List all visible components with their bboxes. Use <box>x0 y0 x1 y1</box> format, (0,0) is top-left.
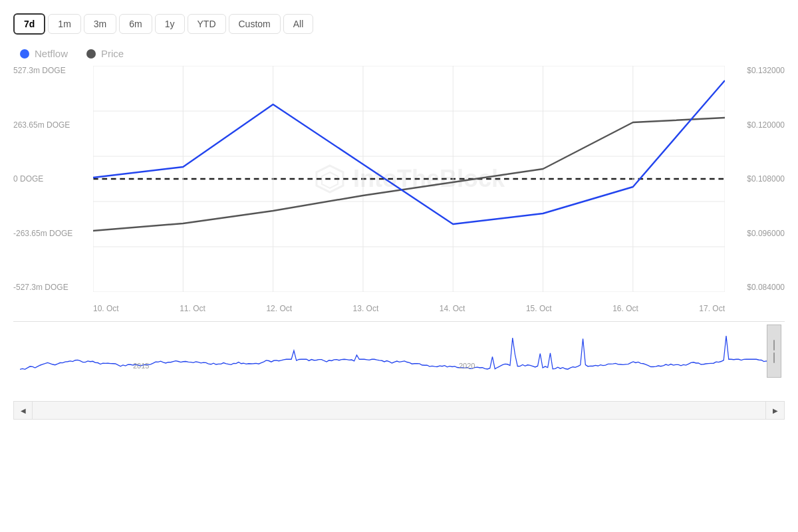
x-label-3: 13. Oct <box>353 304 379 313</box>
x-axis-labels: 10. Oct11. Oct12. Oct13. Oct14. Oct15. O… <box>93 299 725 319</box>
y-left-label-4: -527.3m DOGE <box>13 283 68 292</box>
legend-item-price: Price <box>86 48 124 59</box>
nav-left-arrow[interactable]: ◀ <box>14 401 33 420</box>
legend-item-netflow: Netflow <box>20 48 68 59</box>
time-btn-1y[interactable]: 1y <box>155 14 185 34</box>
x-label-4: 14. Oct <box>440 304 466 313</box>
time-btn-6m[interactable]: 6m <box>119 14 152 34</box>
time-btn-1m[interactable]: 1m <box>48 14 80 34</box>
time-btn-7d[interactable]: 7d <box>13 13 45 35</box>
y-left-label-1: 263.65m DOGE <box>13 120 70 130</box>
legend-label-netflow: Netflow <box>35 48 68 59</box>
mini-year-2020: 2020 <box>459 362 475 370</box>
nav-bar: ◀ ▶ <box>13 401 785 420</box>
chart-svg-area: IntoTheBlock <box>93 66 725 292</box>
x-label-7: 17. Oct <box>699 304 725 313</box>
time-btn-custom[interactable]: Custom <box>229 14 281 34</box>
y-right-label-2: $0.108000 <box>747 174 785 184</box>
y-left-label-3: -263.65m DOGE <box>13 229 72 238</box>
time-btn-ytd[interactable]: YTD <box>188 14 226 34</box>
legend-dot-netflow <box>20 49 29 59</box>
y-right-label-3: $0.096000 <box>747 229 785 238</box>
time-range-selector: 7d1m3m6m1yYTDCustomAll <box>13 13 785 35</box>
mini-chart-container: 2015 2020 <box>13 321 785 401</box>
time-btn-all[interactable]: All <box>283 14 314 34</box>
legend-label-price: Price <box>101 48 124 59</box>
chart-wrapper: 527.3m DOGE263.65m DOGE0 DOGE-263.65m DO… <box>13 66 785 420</box>
legend-dot-price <box>86 49 96 59</box>
nav-track <box>33 402 765 419</box>
y-right-label-1: $0.120000 <box>747 120 785 130</box>
y-axis-left: 527.3m DOGE263.65m DOGE0 DOGE-263.65m DO… <box>13 66 93 292</box>
y-left-label-0: 527.3m DOGE <box>13 66 66 75</box>
page-container: 7d1m3m6m1yYTDCustomAll Netflow Price 527… <box>0 0 798 532</box>
y-left-label-2: 0 DOGE <box>13 174 43 184</box>
time-btn-3m[interactable]: 3m <box>84 14 116 34</box>
mini-chart-handle[interactable] <box>767 325 781 378</box>
x-label-6: 16. Oct <box>612 304 638 313</box>
y-right-label-4: $0.084000 <box>747 283 785 292</box>
y-right-label-0: $0.132000 <box>747 66 785 75</box>
x-label-0: 10. Oct <box>93 304 119 313</box>
main-chart-area: 527.3m DOGE263.65m DOGE0 DOGE-263.65m DO… <box>13 66 785 319</box>
mini-year-2015: 2015 <box>133 362 149 370</box>
x-label-1: 11. Oct <box>180 304 205 313</box>
x-label-2: 12. Oct <box>266 304 292 313</box>
chart-legend: Netflow Price <box>20 48 785 59</box>
x-label-5: 15. Oct <box>526 304 552 313</box>
nav-right-arrow[interactable]: ▶ <box>765 401 784 420</box>
y-axis-right: $0.132000$0.120000$0.108000$0.096000$0.0… <box>725 66 785 292</box>
